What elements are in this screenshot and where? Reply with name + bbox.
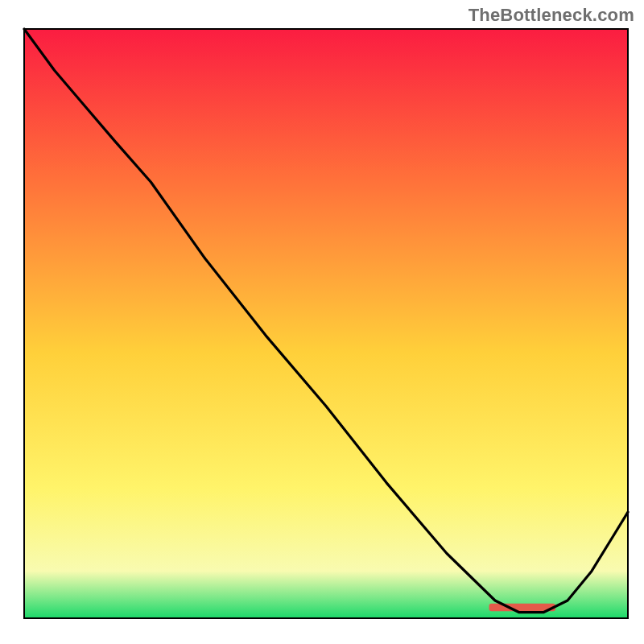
- watermark-text: TheBottleneck.com: [469, 5, 634, 26]
- chart-svg: [0, 0, 644, 644]
- chart-container: TheBottleneck.com: [0, 0, 644, 644]
- plot-background: [24, 29, 628, 618]
